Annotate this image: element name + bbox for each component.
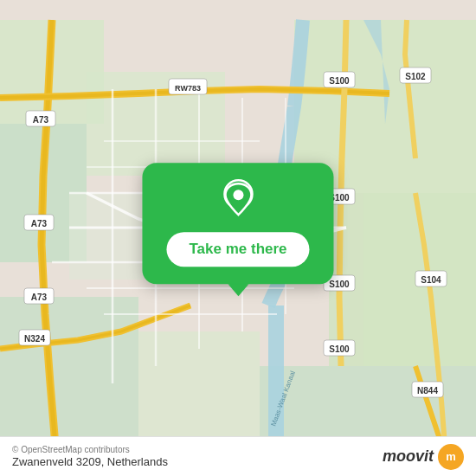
cta-bubble: Take me there	[142, 163, 333, 284]
cta-wrapper: Take me there	[142, 163, 333, 284]
svg-text:N844: N844	[417, 386, 438, 396]
svg-text:RW783: RW783	[175, 84, 201, 93]
svg-text:A73: A73	[33, 115, 49, 125]
take-me-there-button[interactable]: Take me there	[166, 232, 309, 267]
svg-text:N324: N324	[24, 334, 45, 344]
svg-rect-5	[0, 297, 138, 456]
map-container: A73 A73 A73 RW783 S100 S100 S100 S100 S1…	[0, 0, 476, 476]
svg-text:S100: S100	[329, 344, 350, 354]
moovit-logo-text: moovit	[383, 447, 434, 466]
svg-point-51	[233, 190, 243, 200]
svg-text:A73: A73	[31, 293, 48, 302]
map-pin-icon	[220, 178, 256, 220]
svg-text:S104: S104	[421, 275, 441, 285]
svg-text:S100: S100	[329, 76, 350, 86]
svg-text:S102: S102	[405, 72, 426, 81]
svg-rect-11	[268, 306, 284, 456]
location-text: Zwanenveld 3209, Netherlands	[12, 455, 168, 468]
bottom-bar-info: © OpenStreetMap contributors Zwanenveld …	[12, 445, 168, 468]
copyright-text: © OpenStreetMap contributors	[12, 445, 168, 454]
moovit-logo: moovit m	[383, 444, 464, 470]
svg-text:A73: A73	[31, 219, 48, 228]
bottom-bar: © OpenStreetMap contributors Zwanenveld …	[0, 436, 476, 476]
moovit-logo-icon: m	[438, 444, 464, 470]
